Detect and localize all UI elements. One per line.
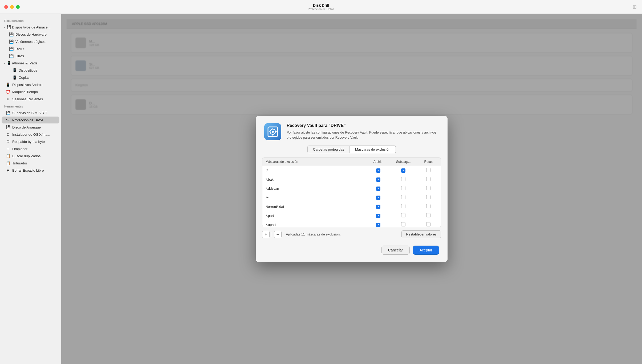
archivos-cell[interactable] bbox=[366, 184, 391, 193]
recovery-vault-dialog: Recovery Vault para "DRIVE" Por favor aj… bbox=[256, 116, 448, 262]
rutas-checkbox[interactable] bbox=[426, 204, 430, 208]
maximize-button[interactable] bbox=[16, 5, 20, 9]
subcarpetas-cell[interactable] bbox=[391, 211, 416, 220]
table-scroll-area[interactable]: Máscaras de exclusión Archi... Subcarp..… bbox=[262, 158, 441, 227]
chevron-down-icon: ▾ bbox=[4, 26, 5, 29]
sidebar-item-iphones-ipads[interactable]: ▾ 📱 iPhones & iPads bbox=[2, 60, 59, 67]
app-layout: Recuperación ▾ 💾 Dispositivos de Almace.… bbox=[0, 14, 642, 364]
recuperacion-section-title: Recuperación bbox=[0, 17, 61, 23]
sidebar-item-instalador-osx[interactable]: ⊗ Instalador de OS X/ma... bbox=[2, 131, 59, 138]
vault-icon bbox=[264, 123, 281, 140]
sidebar-item-borrar-espacio[interactable]: ✱ Borrar Espacio Libre bbox=[2, 167, 59, 174]
sidebar-item-discos-hardware[interactable]: 💾 Discos de Hardware bbox=[2, 31, 59, 38]
rutas-cell[interactable] bbox=[416, 184, 441, 193]
subcarpetas-checkbox[interactable] bbox=[401, 204, 405, 208]
rutas-checkbox[interactable] bbox=[426, 186, 430, 190]
sidebar-item-triturador[interactable]: 📋 Triturador bbox=[2, 160, 59, 167]
reset-values-button[interactable]: Restablecer valores bbox=[401, 230, 441, 238]
sidebar-item-sesiones-recientes[interactable]: ⚙ Sesiones Recientes bbox=[2, 96, 59, 102]
subcarpetas-checkbox[interactable] bbox=[401, 186, 405, 190]
rutas-checkbox[interactable] bbox=[426, 168, 430, 172]
rutas-cell[interactable] bbox=[416, 220, 441, 227]
sidebar-item-label: Discos de Hardware bbox=[15, 32, 47, 36]
rutas-checkbox[interactable] bbox=[426, 213, 430, 217]
rutas-cell[interactable] bbox=[416, 202, 441, 211]
col-header-rutas: Rutas bbox=[416, 158, 441, 166]
subcarpetas-cell[interactable] bbox=[391, 184, 416, 193]
rutas-checkbox[interactable] bbox=[426, 177, 430, 181]
dialog-footer: + – Aplicadas 11 máscaras de exclusión. … bbox=[256, 227, 448, 242]
accept-button[interactable]: Aceptar bbox=[413, 246, 439, 255]
archivos-checkbox[interactable] bbox=[376, 196, 380, 200]
mask-cell: *.bak bbox=[262, 175, 366, 184]
add-mask-button[interactable]: + bbox=[262, 231, 270, 238]
sidebar-item-raid[interactable]: 💾 RAID bbox=[2, 45, 59, 52]
subcarpetas-cell[interactable] bbox=[391, 220, 416, 227]
archivos-cell[interactable] bbox=[366, 166, 391, 175]
archivos-checkbox[interactable] bbox=[376, 223, 380, 227]
mask-cell: *torrent*.dat bbox=[262, 202, 366, 211]
subcarpetas-cell[interactable] bbox=[391, 166, 416, 175]
archivos-checkbox[interactable] bbox=[376, 214, 380, 218]
archivos-checkbox[interactable] bbox=[376, 168, 380, 173]
archivos-cell[interactable] bbox=[366, 202, 391, 211]
rutas-cell[interactable] bbox=[416, 193, 441, 202]
minimize-button[interactable] bbox=[10, 5, 14, 9]
archivos-checkbox[interactable] bbox=[376, 177, 380, 182]
tab-mascaras-exclusion[interactable]: Máscaras de exclusión bbox=[350, 146, 396, 153]
subcarpetas-cell[interactable] bbox=[391, 193, 416, 202]
footer-divider bbox=[272, 232, 272, 237]
chevron-down-icon: ▾ bbox=[4, 62, 5, 65]
subcarpetas-cell[interactable] bbox=[391, 202, 416, 211]
storage-icon: 💾 bbox=[7, 25, 11, 29]
archivos-cell[interactable] bbox=[366, 193, 391, 202]
sidebar-item-label: Copias bbox=[19, 76, 29, 80]
archivos-cell[interactable] bbox=[366, 175, 391, 184]
footer-info: Aplicadas 11 máscaras de exclusión. bbox=[286, 233, 399, 236]
sidebar-item-disco-arranque[interactable]: 💾 Disco de Arranque bbox=[2, 124, 59, 131]
sidebar-item-supervision-smart[interactable]: 💾 Supervision S.M.A.R.T. bbox=[2, 109, 59, 116]
sidebar-item-volumenes-logicos[interactable]: 💾 Volúmenes Lógicos bbox=[2, 38, 59, 45]
rutas-checkbox[interactable] bbox=[426, 195, 430, 199]
sidebar-item-proteccion-datos[interactable]: 🛡 Protección de Datos bbox=[2, 117, 59, 123]
sidebar-item-limpiador[interactable]: + Limpiador bbox=[2, 145, 59, 152]
rutas-cell[interactable] bbox=[416, 166, 441, 175]
table-row: *torrent*.dat bbox=[262, 202, 441, 211]
shield-icon: 🛡 bbox=[6, 118, 10, 122]
subcarpetas-checkbox[interactable] bbox=[401, 168, 405, 173]
table-row: .* bbox=[262, 166, 441, 175]
sidebar-item-label: Borrar Espacio Libre bbox=[12, 168, 44, 172]
sidebar-item-dispositivos-android[interactable]: 📱 Dispositivos Android bbox=[2, 81, 59, 88]
sidebar-item-respaldo-byte[interactable]: ⏱ Respaldo byte a byte bbox=[2, 138, 59, 145]
volume-icon: 💾 bbox=[9, 39, 13, 44]
table-row: *.bak bbox=[262, 175, 441, 184]
dialog-header: Recovery Vault para "DRIVE" Por favor aj… bbox=[256, 116, 448, 146]
rutas-checkbox[interactable] bbox=[426, 222, 430, 226]
sidebar-item-buscar-duplicados[interactable]: 📋 Buscar duplicados bbox=[2, 152, 59, 159]
subcarpetas-checkbox[interactable] bbox=[401, 195, 405, 199]
sidebar-item-maquina-tiempo[interactable]: ⏰ Máquina Tiempo bbox=[2, 88, 59, 95]
cancel-button[interactable]: Cancelar bbox=[381, 246, 410, 255]
archivos-checkbox[interactable] bbox=[376, 205, 380, 209]
otros-icon: 💾 bbox=[9, 54, 13, 58]
sidebar-item-copias[interactable]: 📱 Copias bbox=[2, 74, 59, 81]
duplicates-icon: 📋 bbox=[6, 154, 10, 158]
sidebar-item-label: Limpiador bbox=[12, 147, 27, 151]
rutas-cell[interactable] bbox=[416, 211, 441, 220]
sidebar-item-label: Dispositivos Android bbox=[12, 83, 43, 87]
rutas-cell[interactable] bbox=[416, 175, 441, 184]
subcarpetas-cell[interactable] bbox=[391, 175, 416, 184]
subcarpetas-checkbox[interactable] bbox=[401, 222, 405, 226]
sidebar-item-label: Dispositivos bbox=[19, 68, 37, 72]
archivos-checkbox[interactable] bbox=[376, 187, 380, 191]
sidebar-item-otros[interactable]: 💾 Otros bbox=[2, 52, 59, 59]
remove-mask-button[interactable]: – bbox=[274, 231, 282, 238]
subcarpetas-checkbox[interactable] bbox=[401, 177, 405, 181]
sidebar-item-dispositivos[interactable]: 📱 Dispositivos bbox=[2, 67, 59, 74]
tab-carpetas-protegidas[interactable]: Carpetas protegidas bbox=[307, 146, 350, 153]
subcarpetas-checkbox[interactable] bbox=[401, 213, 405, 217]
sidebar-item-dispositivos-almacenamiento[interactable]: ▾ 💾 Dispositivos de Almace... bbox=[2, 24, 59, 31]
archivos-cell[interactable] bbox=[366, 211, 391, 220]
archivos-cell[interactable] bbox=[366, 220, 391, 227]
close-button[interactable] bbox=[4, 5, 8, 9]
